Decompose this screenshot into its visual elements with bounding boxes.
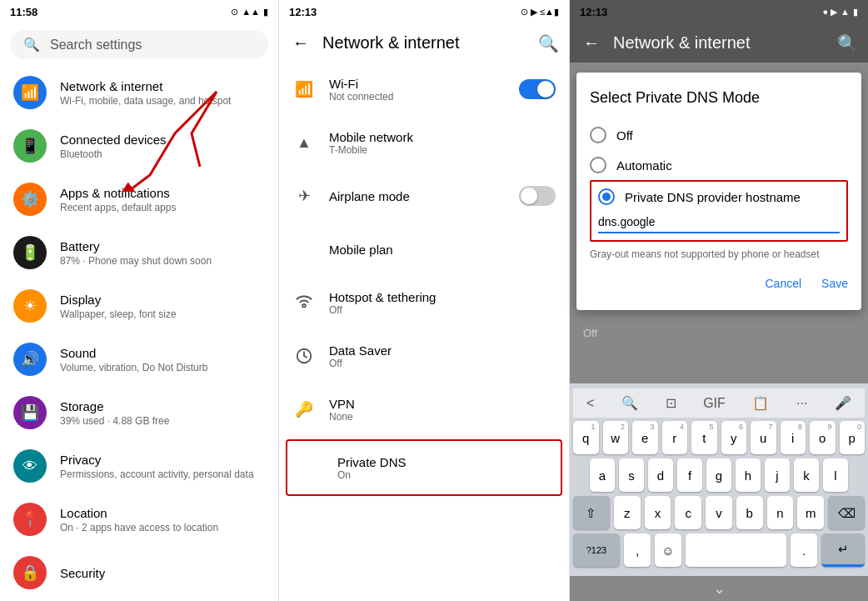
key-k[interactable]: k	[794, 458, 819, 492]
search-icon: 🔍	[23, 37, 40, 53]
back-button-2[interactable]: ←	[289, 30, 312, 56]
key-y[interactable]: 6y	[721, 421, 747, 454]
key-g[interactable]: g	[706, 458, 731, 492]
kb-more-btn[interactable]: ···	[790, 393, 814, 414]
back-button-3[interactable]: ←	[580, 30, 603, 56]
status-bar-2: 12:13 ⊙ ▶ ≤▲▮	[279, 0, 569, 23]
battery-icon-3: ▮	[853, 7, 858, 18]
hotspot-icon	[292, 293, 316, 312]
key-emoji[interactable]: ☺	[655, 533, 681, 567]
chevron-down[interactable]: ⌄	[570, 576, 868, 601]
kb-chevron-btn[interactable]: <	[580, 393, 601, 414]
privateDns-item[interactable]: Private DNS On	[287, 441, 561, 494]
key-i[interactable]: 8i	[781, 421, 806, 454]
privateDns-text: Private DNS On	[337, 455, 547, 481]
network-topbar: ← Network & internet 🔍	[279, 23, 569, 63]
wifi-item[interactable]: 📶 Wi-Fi Not connected	[279, 63, 569, 116]
kb-gif-btn[interactable]: GIF	[696, 393, 732, 414]
signal-icon-2: ⊙ ▶ ≤▲▮	[521, 7, 559, 18]
keyboard-row-3: ⇧ z x c v b n m ⌫	[573, 496, 865, 529]
search-label: Search settings	[50, 38, 142, 53]
network-panel: 12:13 ⊙ ▶ ≤▲▮ ← Network & internet 🔍 📶 W…	[279, 0, 570, 601]
privacy-subtitle: Permissions, account activity, personal …	[60, 468, 254, 480]
airplane-text: Airplane mode	[329, 189, 506, 203]
sidebar-item-connected[interactable]: 📱 Connected devices Bluetooth	[0, 119, 278, 173]
key-b[interactable]: b	[736, 496, 763, 529]
key-r[interactable]: 4r	[662, 421, 688, 454]
dns-dialog: Select Private DNS Mode Off Automatic Pr…	[576, 73, 861, 310]
dns-panel: 12:13 ● ▶ ▲ ▮ ← Network & internet 🔍 Sel…	[570, 0, 868, 601]
dialog-buttons: Cancel Save	[590, 273, 848, 293]
key-123[interactable]: ?123	[573, 533, 620, 567]
key-q[interactable]: 1q	[573, 421, 599, 454]
mobileplan-item[interactable]: Mobile plan	[279, 223, 569, 276]
key-period[interactable]: .	[791, 533, 817, 567]
datasaver-item[interactable]: Data Saver Off	[279, 329, 569, 383]
key-v[interactable]: v	[706, 496, 732, 529]
key-o[interactable]: 9o	[810, 421, 836, 454]
dns-hostname-input[interactable]	[598, 212, 840, 233]
key-e[interactable]: 3e	[632, 421, 658, 454]
keyboard: < 🔍 ⊡ GIF 📋 ··· 🎤 1q 2w 3e 4r 5t 6y 7u 8…	[570, 383, 868, 576]
key-comma[interactable]: ,	[624, 533, 651, 567]
cancel-button[interactable]: Cancel	[765, 273, 801, 293]
key-m[interactable]: m	[797, 496, 824, 529]
sidebar-item-storage[interactable]: 💾 Storage 39% used · 4.88 GB free	[0, 386, 278, 439]
kb-mic-btn[interactable]: 🎤	[828, 392, 858, 414]
key-z[interactable]: z	[614, 496, 641, 529]
key-l[interactable]: l	[823, 458, 848, 492]
hotspot-item[interactable]: Hotspot & tethering Off	[279, 276, 569, 329]
key-shift[interactable]: ⇧	[573, 496, 610, 529]
datasaver-text: Data Saver Off	[329, 343, 556, 369]
sidebar-item-battery[interactable]: 🔋 Battery 87% · Phone may shut down soon	[0, 226, 278, 279]
kb-clipboard-btn[interactable]: ⊡	[659, 392, 683, 414]
key-s[interactable]: s	[619, 458, 644, 492]
key-p[interactable]: 0p	[840, 421, 866, 454]
sidebar-item-display[interactable]: ☀ Display Wallpaper, sleep, font size	[0, 279, 278, 333]
vpn-item[interactable]: 🔑 VPN None	[279, 383, 569, 436]
chevron-down-icon: ⌄	[713, 579, 726, 598]
status-icons-2: ⊙ ▶ ≤▲▮	[521, 7, 559, 18]
key-enter[interactable]: ↵	[821, 533, 865, 567]
key-backspace[interactable]: ⌫	[828, 496, 865, 529]
airplane-toggle[interactable]	[519, 186, 556, 206]
kb-search-btn[interactable]: 🔍	[615, 392, 645, 414]
kb-paste-btn[interactable]: 📋	[746, 392, 776, 414]
key-space[interactable]	[686, 533, 786, 567]
key-t[interactable]: 5t	[691, 421, 717, 454]
sidebar-item-network[interactable]: 📶 Network & internet Wi-Fi, mobile, data…	[0, 66, 278, 119]
key-c[interactable]: c	[675, 496, 701, 529]
sidebar-item-security[interactable]: 🔒 Security	[0, 546, 278, 599]
key-d[interactable]: d	[648, 458, 673, 492]
key-x[interactable]: x	[645, 496, 671, 529]
key-h[interactable]: h	[736, 458, 761, 492]
sidebar-item-location[interactable]: 📍 Location On · 2 apps have access to lo…	[0, 493, 278, 546]
network-title: Network & internet	[322, 33, 528, 53]
sidebar-item-apps[interactable]: ⚙️ Apps & notifications Recent apps, def…	[0, 173, 278, 226]
mobile-item[interactable]: ▲ Mobile network T-Mobile	[279, 116, 569, 169]
search-bar[interactable]: 🔍 Search settings	[10, 30, 268, 59]
display-text: Display Wallpaper, sleep, font size	[60, 293, 177, 320]
key-j[interactable]: j	[765, 458, 790, 492]
sidebar-item-privacy[interactable]: 👁 Privacy Permissions, account activity,…	[0, 439, 278, 493]
dns-option-off[interactable]: Off	[590, 120, 848, 150]
key-u[interactable]: 7u	[751, 421, 776, 454]
search-button-2[interactable]: 🔍	[538, 33, 559, 53]
mobile-icon: ▲	[292, 134, 316, 152]
key-w[interactable]: 2w	[603, 421, 629, 454]
dns-option-hostname[interactable]: Private DNS provider hostname	[598, 188, 840, 205]
settings-panel: 11:58 ⊙ ▲▲ ▮ 🔍 Search settings 📶 Network…	[0, 0, 279, 601]
dns-option-automatic[interactable]: Automatic	[590, 150, 848, 180]
save-button[interactable]: Save	[821, 273, 848, 293]
airplane-item[interactable]: ✈ Airplane mode	[279, 169, 569, 223]
dns-radio-off	[590, 127, 606, 143]
dns-radio-inner	[602, 193, 611, 201]
key-n[interactable]: n	[767, 496, 794, 529]
status-icons-1: ⊙ ▲▲ ▮	[231, 7, 268, 18]
key-a[interactable]: a	[590, 458, 615, 492]
apps-subtitle: Recent apps, default apps	[60, 202, 176, 213]
key-f[interactable]: f	[677, 458, 702, 492]
sidebar-item-sound[interactable]: 🔊 Sound Volume, vibration, Do Not Distur…	[0, 333, 278, 386]
search-button-3[interactable]: 🔍	[837, 33, 858, 53]
wifi-toggle[interactable]	[519, 79, 556, 99]
